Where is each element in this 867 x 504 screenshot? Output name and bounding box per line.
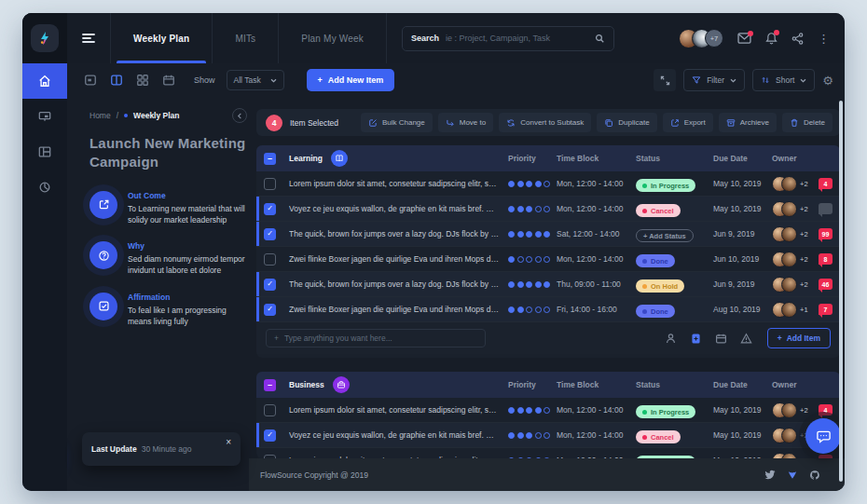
table-row[interactable]: ✓ The quick, brown fox jumps over a lazy…	[256, 272, 840, 297]
table-row[interactable]: ✓ Zwei flinke Boxer jagen die quirlige E…	[256, 297, 840, 322]
bell-icon[interactable]	[765, 32, 778, 45]
comment-count-badge[interactable]: 46	[819, 279, 833, 290]
briefcase-icon[interactable]	[333, 376, 350, 393]
menu-icon[interactable]	[67, 13, 110, 63]
task-filter-select[interactable]: All Task	[227, 70, 284, 90]
sort-dropdown[interactable]: Short	[752, 69, 815, 91]
github-icon[interactable]	[809, 470, 820, 481]
duplicate-button[interactable]: Duplicate	[597, 113, 656, 132]
priority-dots[interactable]	[508, 181, 557, 187]
back-icon[interactable]	[232, 108, 247, 123]
team-avatars[interactable]: +7	[679, 29, 723, 48]
priority-alert-icon[interactable]	[740, 333, 752, 345]
status-badge[interactable]: Cancel	[636, 430, 681, 443]
bulk-change-button[interactable]: Bulk Change	[361, 113, 433, 132]
search-input[interactable]: Search ie : Project, Campaign, Task	[402, 26, 614, 51]
table-row[interactable]: Lorem ipsum dolor sit amet, consetetur s…	[256, 398, 840, 423]
twitter-icon[interactable]	[764, 470, 776, 480]
settings-gear-icon[interactable]: ⚙	[822, 74, 833, 88]
priority-dots[interactable]	[508, 432, 557, 439]
add-item-button[interactable]: + Add Item	[767, 328, 831, 348]
check-square-icon[interactable]	[89, 293, 117, 320]
time-block: Mon, 12:00 - 14:00	[557, 204, 636, 213]
table-row[interactable]: ✓ Voyez ce jeu exquis wallon, de graphie…	[256, 197, 840, 222]
priority-dots[interactable]	[508, 407, 557, 414]
expand-icon[interactable]	[654, 69, 676, 91]
column-view-icon[interactable]	[106, 70, 127, 90]
book-icon[interactable]	[331, 150, 348, 167]
dribbble-icon[interactable]	[787, 470, 798, 481]
share-icon[interactable]	[791, 33, 804, 45]
question-circle-icon[interactable]	[89, 241, 117, 269]
row-checkbox[interactable]: ✓	[264, 228, 276, 240]
priority-dots[interactable]	[508, 231, 557, 238]
breadcrumb-home[interactable]: Home	[89, 111, 111, 120]
table-row[interactable]: ✓ The quick, brown fox jumps over a lazy…	[256, 222, 840, 247]
chat-fab-button[interactable]	[805, 418, 841, 454]
convert-to-subtask-button[interactable]: Convert to Subtask	[499, 113, 591, 132]
rail-item-layout[interactable]	[22, 134, 67, 170]
grid-view-icon[interactable]	[132, 70, 153, 90]
row-checkbox[interactable]	[264, 178, 276, 190]
table-row[interactable]: ✓ Voyez ce jeu exquis wallon, de graphie…	[256, 423, 840, 448]
search-icon[interactable]	[595, 34, 605, 44]
row-checkbox[interactable]: ✓	[264, 304, 276, 316]
priority-dots[interactable]	[508, 256, 557, 263]
close-icon[interactable]: ×	[226, 438, 231, 447]
calendar-view-icon[interactable]	[158, 70, 179, 90]
edit-icon	[368, 118, 378, 128]
flowsource-logo-icon	[31, 24, 59, 52]
comment-count-badge[interactable]	[819, 203, 833, 214]
priority-dots[interactable]	[508, 306, 557, 313]
status-badge[interactable]: Cancel	[636, 204, 681, 217]
add-new-item-button[interactable]: + Add New Item	[307, 69, 395, 91]
quick-add-input[interactable]: + Type anything you want here...	[266, 329, 486, 347]
rail-item-board[interactable]	[22, 99, 67, 134]
table-row[interactable]: Zwei flinke Boxer jagen die quirlige Eva…	[256, 247, 840, 272]
external-link-icon[interactable]	[89, 191, 117, 219]
column-owner: Owner	[772, 380, 796, 389]
row-checkbox[interactable]	[264, 404, 276, 416]
status-badge[interactable]: In Progress	[636, 179, 695, 192]
rail-item-reports[interactable]	[22, 170, 67, 205]
section-checkbox[interactable]: –	[264, 379, 276, 391]
status-badge[interactable]: Done	[636, 254, 675, 267]
status-badge[interactable]: On Hold	[636, 279, 684, 293]
status-badge[interactable]: In Progress	[636, 405, 695, 418]
archive-button[interactable]: Archieve	[719, 113, 777, 132]
schedule-icon[interactable]	[715, 333, 727, 345]
table-row[interactable]: Lorem ipsum dolor sit amet, consetetur s…	[256, 171, 840, 197]
attach-file-icon[interactable]	[690, 333, 702, 345]
mail-icon[interactable]	[737, 33, 751, 44]
filter-dropdown[interactable]: Filter	[683, 69, 745, 91]
table-row[interactable]: Lorem ipsum dolor sit amet, consetetur s…	[256, 448, 840, 458]
avatar-overflow-count[interactable]: +7	[705, 29, 723, 48]
row-checkbox[interactable]: ✓	[264, 203, 276, 215]
delete-button[interactable]: Delete	[782, 113, 833, 132]
window-scrollbar[interactable]	[839, 101, 843, 482]
row-checkbox[interactable]: ✓	[264, 429, 276, 442]
tab-mits[interactable]: MITs	[213, 13, 278, 63]
rail-item-home[interactable]	[22, 63, 67, 99]
priority-dots[interactable]	[508, 206, 557, 212]
status-badge[interactable]: Done	[636, 305, 675, 318]
comment-count-badge[interactable]: 7	[819, 304, 833, 315]
comment-count-badge[interactable]: 4	[819, 178, 833, 189]
comment-count-badge[interactable]: 8	[819, 253, 833, 265]
priority-dots[interactable]	[508, 281, 557, 288]
tab-plan-my-week[interactable]: Plan My Week	[279, 13, 386, 63]
row-checkbox[interactable]: ✓	[264, 279, 276, 291]
move-to-button[interactable]: Move to	[438, 113, 493, 132]
owner-cell: +1 7	[772, 302, 840, 318]
app-logo[interactable]	[22, 13, 67, 63]
kebab-menu-icon[interactable]: ⋮	[818, 32, 830, 46]
tab-weekly-plan[interactable]: Weekly Plan	[111, 13, 212, 63]
row-checkbox[interactable]	[264, 253, 276, 266]
assignee-icon[interactable]	[665, 333, 677, 345]
comment-count-badge[interactable]: 4	[819, 404, 833, 415]
status-badge[interactable]: + Add Status	[636, 229, 694, 242]
section-checkbox[interactable]: –	[264, 153, 276, 165]
board-view-icon[interactable]	[80, 70, 101, 90]
comment-count-badge[interactable]: 99	[819, 228, 833, 239]
export-button[interactable]: Export	[663, 113, 713, 132]
